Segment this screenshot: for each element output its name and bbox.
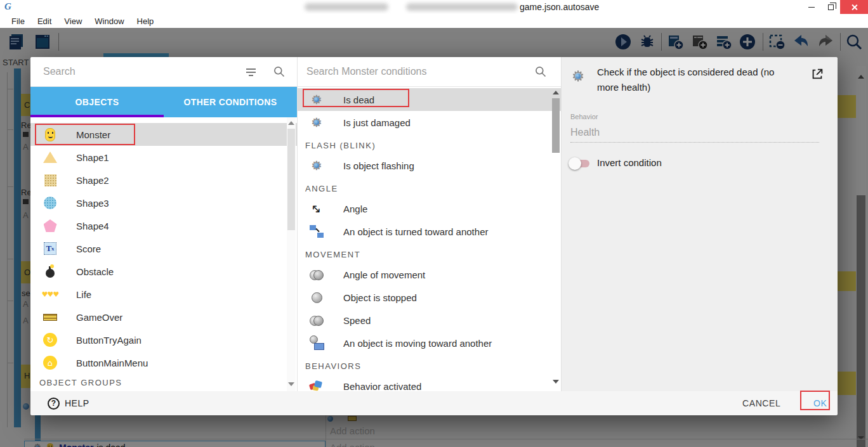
pentagon-icon (42, 217, 58, 234)
blurred-title-segment (305, 3, 388, 11)
scrollbar-thumb[interactable] (552, 98, 560, 153)
condition-item-speed[interactable]: Speed (298, 309, 562, 332)
open-in-new-icon[interactable] (810, 67, 824, 81)
condition-item-angle-of-movement[interactable]: Angle of movement (298, 263, 562, 286)
object-list-scrollbar[interactable] (287, 117, 296, 391)
condition-label: An object is moving toward another (343, 338, 492, 349)
menu-help[interactable]: Help (131, 16, 161, 26)
condition-label: An object is turned toward another (343, 226, 488, 237)
scroll-up-icon[interactable] (288, 121, 294, 125)
object-search-bar (30, 57, 297, 87)
toggle-knob (569, 157, 581, 170)
help-button[interactable]: HELP (65, 398, 89, 408)
object-name: Score (76, 243, 101, 254)
list-item-buttonmainmenu[interactable]: ButtonMainMenu (30, 351, 297, 374)
annotation-box-monster (35, 124, 135, 145)
list-item-score[interactable]: Score (30, 237, 297, 260)
tab-other-conditions[interactable]: OTHER CONDITIONS (164, 87, 297, 117)
behavior-field-label: Behavior (570, 113, 598, 120)
condition-item-is-object-flashing[interactable]: Is object flashing (298, 154, 562, 177)
condition-label: Object is stopped (343, 292, 417, 303)
home-button-icon (42, 354, 58, 371)
behavior-field-value[interactable]: Health (570, 127, 600, 138)
condition-label: Angle of movement (343, 269, 425, 280)
condition-item-moving-toward[interactable]: An object is moving toward another (298, 332, 562, 354)
list-item-gameover[interactable]: GameOver (30, 306, 297, 328)
tab-label: OTHER CONDITIONS (183, 97, 277, 107)
section-behaviors: BEHAVIORS (298, 354, 562, 375)
condition-label: Angle (343, 204, 367, 214)
hearts-icon (42, 286, 58, 302)
scroll-down-icon[interactable] (288, 382, 294, 386)
restore-icon (828, 4, 834, 10)
movement-circles-icon (309, 313, 324, 328)
gdevelop-window: G game.json.autosave File Edit View Wind… (0, 0, 868, 447)
object-name: Shape2 (76, 175, 109, 186)
filter-icon[interactable] (246, 68, 256, 75)
circle-icon (42, 195, 58, 211)
object-name: ButtonMainMenu (76, 358, 148, 368)
menu-file[interactable]: File (5, 16, 31, 26)
condition-item-turned-toward[interactable]: An object is turned toward another (298, 220, 562, 243)
list-item-shape1[interactable]: Shape1 (30, 146, 297, 169)
object-search-input[interactable] (43, 66, 246, 77)
condition-list-scrollbar[interactable] (551, 88, 560, 391)
annotation-box-ok (800, 391, 830, 410)
object-name: Shape3 (76, 198, 109, 209)
condition-item-object-is-stopped[interactable]: Object is stopped (298, 286, 562, 309)
bomb-icon (42, 263, 58, 280)
condition-description: Check if the object is considered dead (… (597, 65, 792, 95)
section-movement: MOVEMENT (298, 243, 562, 263)
restore-button[interactable] (821, 0, 840, 14)
condition-list: Is dead Is just damaged FLASH (BLINK) Is… (298, 87, 562, 391)
help-icon[interactable] (48, 398, 60, 410)
moving-toward-icon (309, 335, 324, 351)
object-name: Obstacle (76, 266, 114, 277)
list-item-shape4[interactable]: Shape4 (30, 214, 297, 237)
gdevelop-logo-icon: G (4, 1, 16, 13)
minimize-button[interactable] (802, 0, 821, 14)
game-over-text-icon (42, 309, 58, 325)
health-gear-icon (309, 115, 324, 130)
menu-window[interactable]: Window (88, 16, 130, 26)
condition-search-input[interactable] (306, 66, 534, 77)
list-item-life[interactable]: Life (30, 283, 297, 306)
search-icon[interactable] (273, 65, 286, 78)
list-item-shape3[interactable]: Shape3 (30, 191, 297, 214)
condition-label: Is just damaged (343, 117, 411, 128)
list-item-buttontryagain[interactable]: ButtonTryAgain (30, 328, 297, 351)
list-item-obstacle[interactable]: Obstacle (30, 260, 297, 283)
invert-condition-label: Invert condition (597, 157, 662, 168)
behavior-field-underline (570, 142, 819, 143)
condition-item-is-just-damaged[interactable]: Is just damaged (298, 111, 562, 134)
section-angle: ANGLE (298, 177, 562, 197)
condition-label: Speed (343, 315, 371, 326)
search-icon[interactable] (534, 65, 547, 78)
object-name: Shape1 (76, 152, 109, 163)
condition-selector-panel: Is dead Is just damaged FLASH (BLINK) Is… (297, 57, 561, 391)
scrollbar-thumb[interactable] (287, 129, 295, 230)
cancel-button[interactable]: CANCEL (735, 393, 788, 413)
blurred-title-segment (406, 3, 518, 11)
list-item-shape2[interactable]: Shape2 (30, 169, 297, 191)
angle-arrows-icon (309, 201, 324, 216)
condition-item-behavior-activated[interactable]: Behavior activated (298, 375, 562, 391)
menu-view[interactable]: View (58, 16, 88, 26)
tab-label: OBJECTS (76, 97, 119, 107)
close-icon (851, 4, 858, 11)
scroll-up-icon[interactable] (553, 91, 559, 94)
triangle-icon (42, 149, 58, 165)
condition-item-angle[interactable]: Angle (298, 197, 562, 220)
menu-edit[interactable]: Edit (31, 16, 58, 26)
object-groups-header: OBJECT GROUPS (30, 374, 297, 391)
dialog-footer: HELP CANCEL OK (30, 391, 838, 415)
health-gear-icon (569, 67, 587, 85)
health-gear-icon (309, 158, 324, 173)
close-button[interactable] (840, 0, 868, 14)
condition-label: Behavior activated (343, 381, 421, 392)
retry-button-icon (42, 332, 58, 348)
title-bar: G game.json.autosave (0, 0, 868, 14)
scroll-down-icon[interactable] (553, 380, 559, 384)
invert-condition-toggle[interactable] (570, 160, 589, 167)
tab-objects[interactable]: OBJECTS (30, 87, 164, 117)
